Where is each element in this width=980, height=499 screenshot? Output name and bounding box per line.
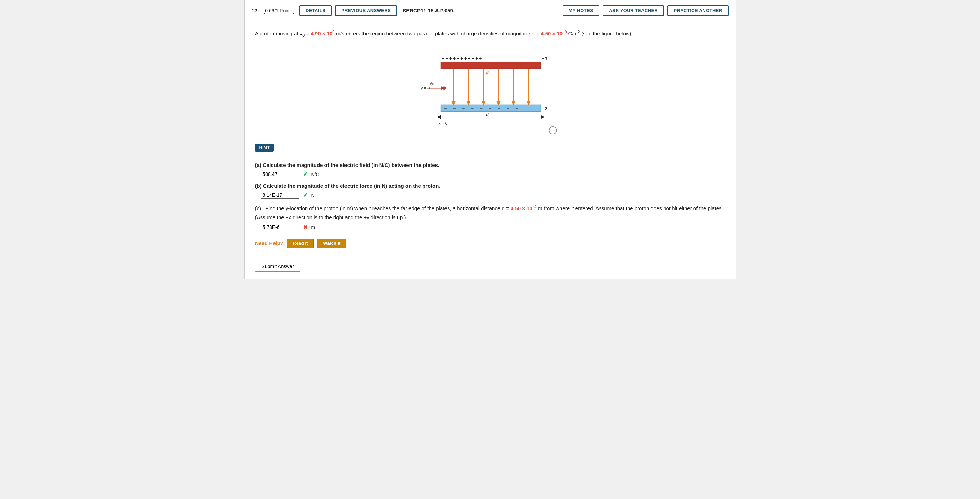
part-c-text: (c) Find the y-location of the proton (i… bbox=[255, 204, 725, 222]
svg-point-30 bbox=[549, 127, 556, 134]
part-c-unit: m bbox=[311, 225, 315, 230]
points-label: [0.66/1 Points] bbox=[263, 8, 294, 13]
svg-text:+σ: +σ bbox=[542, 56, 547, 61]
header-bar: 12. [0.66/1 Points] DETAILS PREVIOUS ANS… bbox=[245, 0, 736, 21]
part-a-label: (a) Calculate the magnitude of the elect… bbox=[255, 162, 725, 168]
figure-inner: + + + + + + + + + + + +σ bbox=[417, 45, 563, 136]
part-b-answer-row: ✔ N bbox=[261, 191, 725, 199]
svg-text:i: i bbox=[552, 129, 552, 132]
svg-text:−σ: −σ bbox=[542, 106, 547, 111]
details-button[interactable]: DETAILS bbox=[299, 5, 332, 16]
previous-answers-button[interactable]: PREVIOUS ANSWERS bbox=[335, 5, 397, 16]
part-a-check-icon: ✔ bbox=[303, 171, 308, 178]
ask-teacher-button[interactable]: ASK YOUR TEACHER bbox=[603, 5, 664, 16]
right-buttons: MY NOTES ASK YOUR TEACHER PRACTICE ANOTH… bbox=[563, 5, 729, 16]
part-a-letter: (a) bbox=[255, 162, 261, 168]
part-b-letter: (b) bbox=[255, 183, 262, 189]
part-b-input[interactable] bbox=[261, 191, 299, 199]
sigma-value: 4.50 × 10−9 bbox=[541, 30, 567, 37]
svg-marker-4 bbox=[452, 102, 455, 105]
svg-text:– – – – – – – – –: – – – – – – – – – bbox=[444, 106, 521, 111]
problem-statement: A proton moving at v0 = 4.90 × 106 m/s e… bbox=[255, 29, 725, 39]
svg-text:y = 0: y = 0 bbox=[421, 86, 429, 90]
svg-marker-12 bbox=[511, 102, 515, 105]
need-help-section: Need Help? Read It Watch It bbox=[255, 239, 725, 248]
svg-marker-26 bbox=[436, 115, 441, 120]
part-b-text: Calculate the magnitude of the electric … bbox=[263, 183, 440, 189]
svg-marker-8 bbox=[481, 102, 485, 105]
sercp-code: SERCP11 15.A.P.059. bbox=[402, 8, 455, 13]
hint-box[interactable]: HINT bbox=[255, 144, 274, 151]
need-help-label: Need Help? bbox=[255, 240, 284, 246]
submit-button[interactable]: Submit Answer bbox=[255, 261, 301, 272]
svg-text:E⃗: E⃗ bbox=[485, 71, 488, 77]
svg-marker-14 bbox=[526, 102, 530, 105]
part-c-cross-icon: ✖ bbox=[303, 224, 308, 231]
svg-text:d: d bbox=[486, 112, 489, 117]
part-a-answer-row: ✔ N/C bbox=[261, 171, 725, 178]
part-a-unit: N/C bbox=[311, 172, 320, 177]
d-value: 4.50 × 10−2 bbox=[511, 206, 536, 211]
figure-svg: + + + + + + + + + + + +σ bbox=[417, 45, 563, 136]
svg-text:+ + + + + + + + + + +: + + + + + + + + + + + bbox=[442, 56, 482, 61]
part-c-letter: (c) bbox=[255, 206, 261, 211]
watch-it-button[interactable]: Watch It bbox=[317, 239, 346, 248]
part-a-text: Calculate the magnitude of the electric … bbox=[263, 162, 439, 168]
svg-marker-10 bbox=[496, 102, 501, 105]
v0-value: 4.90 × 106 bbox=[310, 30, 334, 37]
svg-text:x = 0: x = 0 bbox=[438, 121, 447, 125]
part-b-unit: N bbox=[311, 193, 315, 198]
my-notes-button[interactable]: MY NOTES bbox=[563, 5, 600, 16]
svg-rect-22 bbox=[441, 105, 541, 112]
part-c-answer-row: ✖ m bbox=[261, 224, 725, 231]
page-container: 12. [0.66/1 Points] DETAILS PREVIOUS ANS… bbox=[244, 0, 736, 279]
content-area: A proton moving at v0 = 4.90 × 106 m/s e… bbox=[245, 21, 736, 279]
part-b-label: (b) Calculate the magnitude of the elect… bbox=[255, 183, 725, 189]
svg-marker-6 bbox=[466, 102, 471, 105]
svg-marker-27 bbox=[541, 115, 545, 120]
part-b-check-icon: ✔ bbox=[303, 191, 308, 199]
practice-another-button[interactable]: PRACTICE ANOTHER bbox=[667, 5, 728, 16]
read-it-button[interactable]: Read It bbox=[287, 239, 313, 248]
svg-text:v⃗₀: v⃗₀ bbox=[429, 81, 433, 86]
svg-marker-17 bbox=[441, 86, 445, 90]
submit-row: Submit Answer bbox=[255, 255, 725, 272]
svg-point-18 bbox=[442, 86, 446, 90]
question-number: 12. bbox=[252, 8, 259, 13]
part-a-input[interactable] bbox=[261, 171, 299, 178]
figure-container: + + + + + + + + + + + +σ bbox=[255, 45, 725, 136]
svg-rect-2 bbox=[441, 62, 541, 69]
part-c-input[interactable] bbox=[261, 224, 299, 231]
